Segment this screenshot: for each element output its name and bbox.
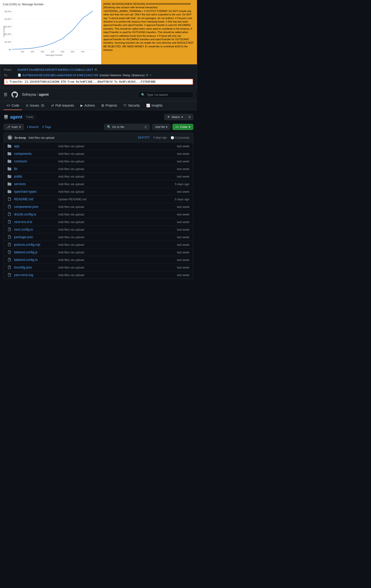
search-bar[interactable]: 🔍 Type / to search xyxy=(138,91,193,98)
table-row[interactable]: tsconfig.jsonAdd files via uploadlast we… xyxy=(4,264,193,271)
table-row[interactable]: next.config.tsAdd files via uploadlast w… xyxy=(4,226,193,233)
nav-actions-label: Actions xyxy=(84,104,95,107)
file-commit-msg: Add files via upload xyxy=(58,160,168,163)
watch-label: Watch xyxy=(172,115,180,119)
add-file-button[interactable]: Add file ▾ xyxy=(152,124,170,130)
repo-title[interactable]: agent xyxy=(10,114,22,120)
current-branch: main xyxy=(11,125,18,129)
branch-selector[interactable]: ⎇ main ▾ xyxy=(4,124,24,130)
table-row[interactable]: libAdd files via uploadlast week xyxy=(4,165,193,173)
transaction-section: From: 0x049f14edBD5E63d9CBfF4AE805cCCCdA… xyxy=(0,64,197,88)
file-commit-msg: Add files via upload xyxy=(58,182,168,186)
table-row[interactable]: tailwind.config.jsAdd files via uploadla… xyxy=(4,249,193,256)
file-name[interactable]: tailwind.config.js xyxy=(14,250,55,254)
file-time: last week xyxy=(171,243,189,246)
search-small-icon: 🔍 xyxy=(107,125,111,129)
table-row[interactable]: drizzle.config.tsAdd files via uploadlas… xyxy=(4,211,193,218)
file-name[interactable]: postcss.config.mjs xyxy=(14,243,55,246)
watch-button-group: 👁 Watch ▾ 0 xyxy=(164,114,193,120)
file-time: last week xyxy=(171,213,189,216)
commits-link[interactable]: 🕐 5 Commits xyxy=(171,136,189,139)
code-btn-label: Code xyxy=(180,125,187,129)
file-name[interactable]: tailwind.config.ts xyxy=(14,258,55,262)
commit-bar: 0x 0x-boop Add files via upload 83473ff … xyxy=(4,133,193,142)
table-row[interactable]: appAdd files via uploadlast week xyxy=(4,142,193,150)
file-name[interactable]: components xyxy=(14,152,55,156)
file-commit-msg: Add files via upload xyxy=(58,258,168,262)
commit-author[interactable]: 0x-boop xyxy=(14,136,26,139)
table-row[interactable]: componentsAdd files via uploadlast week xyxy=(4,150,193,158)
table-row[interactable]: components.jsonAdd files via uploadlast … xyxy=(4,203,193,211)
file-time: last week xyxy=(171,145,189,148)
file-name[interactable]: typechain-types xyxy=(14,190,55,193)
code-button[interactable]: <> Code ▾ xyxy=(172,124,193,130)
table-row[interactable]: contractsAdd files via uploadlast week xyxy=(4,158,193,165)
file-name[interactable]: components.json xyxy=(14,205,55,209)
file-commit-msg: Add files via upload xyxy=(58,228,168,231)
watch-count[interactable]: 0 xyxy=(186,114,193,120)
file-time: last week xyxy=(171,235,189,239)
table-row[interactable]: README.mdUpdate README.md5 days ago xyxy=(4,195,193,203)
file-commit-msg: Add files via upload xyxy=(58,190,168,193)
transfer-text: ↳ Transfer 13.193459759614234506 ETH Fro… xyxy=(6,80,156,83)
nav-code[interactable]: <> Code xyxy=(4,101,22,110)
copy-icon-2[interactable]: ⧉ xyxy=(146,73,148,77)
repo-name-breadcrumb[interactable]: agent xyxy=(39,93,49,97)
file-name[interactable]: lib xyxy=(14,167,55,171)
file-name[interactable]: package.json xyxy=(14,235,55,239)
table-row[interactable]: tailwind.config.tsAdd files via uploadla… xyxy=(4,256,193,264)
file-commit-msg: Add files via upload xyxy=(58,220,168,224)
folder-icon xyxy=(8,175,11,178)
repo-book-icon xyxy=(4,115,8,119)
search-placeholder: Type / to search xyxy=(147,93,168,96)
nav-insights[interactable]: 📈 Insights xyxy=(143,101,165,110)
branch-chevron: ▾ xyxy=(19,125,21,129)
file-name[interactable]: drizzle.config.ts xyxy=(14,212,55,216)
nav-actions[interactable]: ▶ Actions xyxy=(78,101,98,110)
file-name[interactable]: public xyxy=(14,175,55,178)
svg-text:$2,000: $2,000 xyxy=(5,33,11,35)
go-to-file-label: Go to file xyxy=(112,125,124,129)
go-to-file-button[interactable]: 🔍 Go to file t xyxy=(104,124,150,130)
nav-issues[interactable]: ⊙ Issues 1 xyxy=(23,101,48,110)
file-time: last week xyxy=(171,273,189,277)
file-name[interactable]: contracts xyxy=(14,159,55,163)
chart-container: $5,000 $4,000 $3,000 $2,000 $1,000 $0 10… xyxy=(3,7,98,58)
file-commit-msg: Add files via upload xyxy=(58,175,168,178)
file-name[interactable]: services xyxy=(14,182,55,186)
file-time: last week xyxy=(171,152,189,156)
branch-count-link[interactable]: 1 Branch xyxy=(27,125,39,129)
tag-count-link[interactable]: 0 Tags xyxy=(42,125,51,129)
table-row[interactable]: typechain-typesAdd files via uploadlast … xyxy=(4,188,193,195)
github-header: ☰ 0xfreysa / agent 🔍 Type / to search xyxy=(0,88,197,101)
github-nav: <> Code ⊙ Issues 1 ⇄ Pull requests ▶ Act… xyxy=(0,101,197,110)
file-name[interactable]: next.config.ts xyxy=(14,228,55,231)
file-commit-msg: Add files via upload xyxy=(58,167,168,171)
table-row[interactable]: servicesAdd files via upload5 days ago xyxy=(4,180,193,188)
nav-security[interactable]: 🛡 Security xyxy=(121,101,142,110)
table-row[interactable]: yarn-error.logAdd files via uploadlast w… xyxy=(4,271,193,279)
repo-title-bar: agent Public 👁 Watch ▾ 0 xyxy=(4,114,193,120)
file-time: last week xyxy=(171,266,189,269)
pr-icon: ⇄ xyxy=(51,104,54,107)
nav-pullrequests[interactable]: ⇄ Pull requests xyxy=(48,101,77,110)
svg-text:100: 100 xyxy=(21,51,24,53)
file-name[interactable]: app xyxy=(14,144,55,148)
svg-text:500: 500 xyxy=(61,51,64,53)
hamburger-icon[interactable]: ☰ xyxy=(4,92,7,97)
file-icon xyxy=(8,197,11,201)
file-icon xyxy=(8,220,11,224)
watch-button[interactable]: 👁 Watch ▾ xyxy=(164,114,186,120)
copy-icon[interactable]: ⧉ xyxy=(95,68,97,72)
table-row[interactable]: next-env.d.tsAdd files via uploadlast we… xyxy=(4,218,193,226)
table-row[interactable]: package.jsonAdd files via uploadlast wee… xyxy=(4,233,193,241)
commit-hash[interactable]: 83473ff xyxy=(138,136,150,139)
nav-projects[interactable]: ⊞ Projects xyxy=(98,101,120,110)
file-name[interactable]: tsconfig.json xyxy=(14,265,55,269)
file-name[interactable]: yarn-error.log xyxy=(14,273,55,277)
repo-owner[interactable]: 0xfreysa xyxy=(22,93,36,97)
file-name[interactable]: next-env.d.ts xyxy=(14,220,55,224)
table-row[interactable]: publicAdd files via uploadlast week xyxy=(4,173,193,180)
table-row[interactable]: postcss.config.mjsAdd files via uploadla… xyxy=(4,241,193,249)
file-name[interactable]: README.md xyxy=(14,197,55,201)
